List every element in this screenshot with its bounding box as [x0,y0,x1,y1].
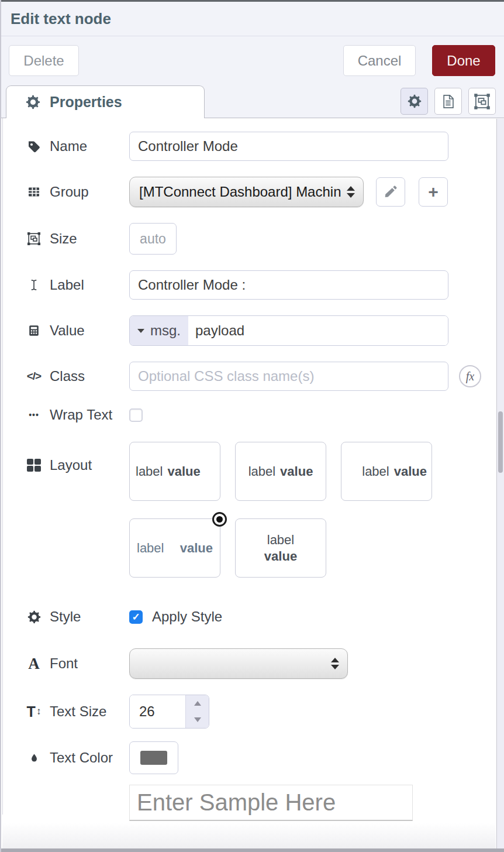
size-auto-button[interactable]: auto [129,223,177,255]
layout-option-label-text: label [136,464,163,479]
dialog-header: Edit text node [0,2,504,36]
select-arrows-icon [331,658,339,669]
scrollbar-thumb[interactable] [498,411,503,473]
layout-option-label-value-center[interactable]: label value [235,442,326,501]
grid-icon [25,459,43,472]
text-size-row: T↕ Text Size [25,695,504,729]
group-label: Group [25,184,129,200]
add-group-button[interactable]: + [419,177,448,207]
font-select[interactable] [129,648,348,679]
tab-properties-label: Properties [50,94,122,111]
layout-options: label value label value label value [129,442,432,578]
class-row: </> Class fx [25,362,504,391]
layout-option-label-text: label [248,464,275,479]
layout-option-value-text: value [167,464,200,479]
ellipsis-icon: ••• [25,410,43,420]
properties-pane-button[interactable] [401,88,428,115]
value-label: Value [25,322,129,339]
color-swatch [140,751,167,765]
msg-type-label: msg. [150,322,181,339]
appearance-pane-button[interactable] [468,88,496,115]
text-color-label-text: Text Color [50,750,113,766]
label-input[interactable] [129,270,448,300]
label-field-label-text: Label [50,277,84,293]
triangle-up-icon [194,701,201,706]
pane-buttons [401,88,496,115]
fx-expression-button[interactable]: fx [459,365,481,387]
group-select[interactable]: [MTConnect Dashboard] Machin [129,177,364,207]
class-label-text: Class [50,368,85,384]
wrap-text-checkbox[interactable] [129,408,143,422]
edit-group-button[interactable] [376,177,405,207]
bottom-fade [2,823,496,848]
delete-button[interactable]: Delete [9,45,79,76]
sample-text-input[interactable] [129,785,413,821]
layout-option-value-text: value [180,541,213,556]
group-row: Group [MTConnect Dashboard] Machin + [25,177,504,207]
i-cursor-icon [25,278,43,292]
style-label-text: Style [50,609,81,625]
msg-type-dropdown[interactable]: msg. [130,316,188,345]
edit-text-node-dialog: Edit text node Delete Cancel Done Proper… [0,0,504,852]
name-input[interactable] [129,132,448,161]
layout-option-label-value-stacked[interactable]: label value [235,518,326,578]
layout-option-label-value-spread[interactable]: label value [129,518,220,578]
caret-down-icon [137,329,144,333]
font-row: A Font [25,648,504,679]
text-color-row: Text Color [25,741,504,774]
object-group-icon [474,93,491,110]
plus-icon: + [428,183,439,201]
layout-option-label-value-right[interactable]: label value [341,442,432,501]
tag-icon [25,139,43,153]
text-height-icon: T↕ [25,703,43,720]
description-pane-button[interactable] [434,88,462,115]
tint-icon [25,751,43,765]
label-field-label: Label [25,277,129,293]
bottom-edge-bar [0,848,504,852]
calculator-icon [25,324,43,338]
label-row: Label [25,270,504,300]
text-size-label: T↕ Text Size [25,703,129,720]
gear-icon [24,95,42,109]
font-icon: A [25,656,43,672]
font-label: A Font [25,655,129,672]
select-arrows-icon [347,186,355,198]
tab-properties[interactable]: Properties [6,85,205,118]
value-label-text: Value [50,322,85,339]
scrollbar-track[interactable] [496,119,504,848]
layout-option-value-text: value [394,464,427,479]
layout-row: Layout label value label value label [25,442,504,609]
selected-radio-icon [212,512,227,527]
spinner-down-button[interactable] [186,712,209,728]
spinner-buttons [185,695,209,728]
layout-option-label-value-left[interactable]: label value [129,442,220,501]
dialog-toolbar: Delete Cancel Done [0,36,504,85]
code-icon: </> [25,370,43,383]
pencil-icon [384,185,398,199]
done-button[interactable]: Done [432,45,495,76]
size-row: Size auto [25,223,504,255]
gear-icon [408,94,422,108]
class-input[interactable] [129,362,448,391]
group-select-value: [MTConnect Dashboard] Machin [139,184,341,200]
sample-row [25,785,504,821]
layout-option-value-text: value [264,549,297,564]
size-label-text: Size [50,231,77,247]
value-row: Value msg. [25,315,504,346]
layout-option-label-text: label [267,532,294,548]
text-color-button[interactable] [129,741,178,774]
font-label-text: Font [50,655,78,672]
cancel-button[interactable]: Cancel [343,45,416,76]
properties-form: Name Group [MTConnect Dashboard] Machin [2,118,504,815]
layout-option-label-text: label [137,541,164,556]
apply-style-checkbox[interactable] [129,610,143,624]
size-label: Size [25,231,129,247]
wrap-text-row: ••• Wrap Text [25,407,504,423]
gear-icon [25,610,43,624]
value-input[interactable] [188,316,448,345]
spinner-up-button[interactable] [186,695,209,712]
table-icon [25,185,43,199]
text-size-input[interactable] [130,695,185,728]
layout-option-label-text: label [362,464,389,479]
name-label-text: Name [50,138,87,154]
